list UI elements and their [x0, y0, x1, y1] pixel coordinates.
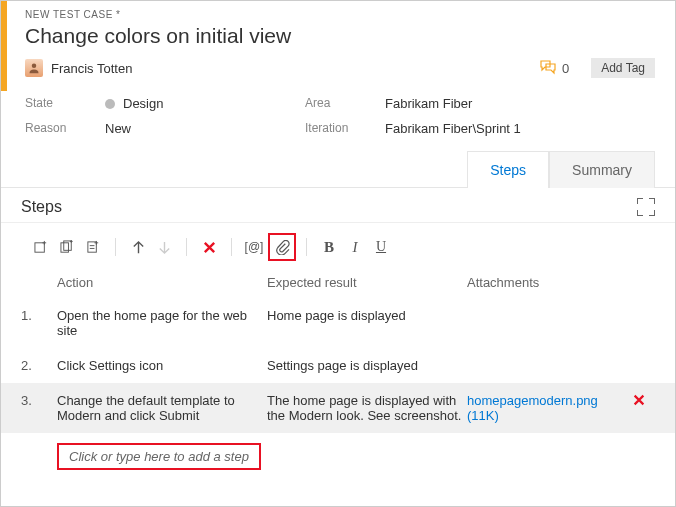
iteration-value[interactable]: Fabrikam Fiber\Sprint 1 [385, 121, 651, 136]
delete-step-icon[interactable] [197, 235, 221, 259]
add-tag-button[interactable]: Add Tag [591, 58, 655, 78]
table-row[interactable]: 1. Open the home page for the web site H… [1, 298, 675, 348]
move-down-icon[interactable] [152, 235, 176, 259]
create-shared-steps-icon[interactable] [81, 235, 105, 259]
svg-point-0 [32, 64, 37, 69]
svg-rect-1 [34, 242, 43, 251]
state-value[interactable]: Design [105, 96, 285, 111]
move-up-icon[interactable] [126, 235, 150, 259]
underline-icon[interactable]: U [369, 235, 393, 259]
discussion-count: 0 [562, 61, 569, 76]
bold-icon[interactable]: B [317, 235, 341, 259]
step-action[interactable]: Open the home page for the web site [57, 308, 267, 338]
step-expected[interactable]: Settings page is displayed [267, 358, 467, 373]
svg-rect-4 [87, 241, 95, 251]
table-row[interactable]: 3. Change the default template to Modern… [1, 383, 675, 433]
step-action[interactable]: Change the default template to Modern an… [57, 393, 267, 423]
iteration-label: Iteration [305, 121, 365, 136]
column-expected: Expected result [267, 275, 467, 290]
insert-step-icon[interactable] [29, 235, 53, 259]
state-label: State [25, 96, 85, 111]
step-number: 2. [21, 358, 57, 373]
area-label: Area [305, 96, 365, 111]
tab-summary[interactable]: Summary [549, 151, 655, 188]
step-attachment [467, 358, 632, 373]
step-action[interactable]: Click Settings icon [57, 358, 267, 373]
step-number: 1. [21, 308, 57, 338]
add-step-input[interactable]: Click or type here to add a step [57, 443, 261, 470]
step-number: 3. [21, 393, 57, 423]
state-dot-icon [105, 99, 115, 109]
remove-attachment-icon[interactable] [632, 393, 656, 423]
area-value[interactable]: Fabrikam Fiber [385, 96, 651, 111]
step-attachment [467, 308, 632, 338]
column-attachments: Attachments [467, 275, 655, 290]
reason-value[interactable]: New [105, 121, 285, 136]
attachment-link[interactable]: homepagemodern.png (11K) [467, 393, 632, 423]
section-title: Steps [21, 198, 62, 216]
tab-steps[interactable]: Steps [467, 151, 549, 188]
discussion-button[interactable]: 0 [540, 60, 569, 76]
maximize-icon[interactable] [637, 198, 655, 216]
step-expected[interactable]: Home page is displayed [267, 308, 467, 338]
reason-label: Reason [25, 121, 85, 136]
page-title: Change colors on initial view [25, 24, 655, 48]
column-action: Action [57, 275, 267, 290]
italic-icon[interactable]: I [343, 235, 367, 259]
table-row[interactable]: 2. Click Settings icon Settings page is … [1, 348, 675, 383]
breadcrumb: NEW TEST CASE * [25, 9, 655, 20]
insert-shared-step-icon[interactable] [55, 235, 79, 259]
insert-parameter-icon[interactable]: [@] [242, 235, 266, 259]
step-expected[interactable]: The home page is displayed with the Mode… [267, 393, 467, 423]
assigned-to[interactable]: Francis Totten [51, 61, 132, 76]
attachment-icon[interactable] [268, 233, 296, 261]
avatar[interactable] [25, 59, 43, 77]
